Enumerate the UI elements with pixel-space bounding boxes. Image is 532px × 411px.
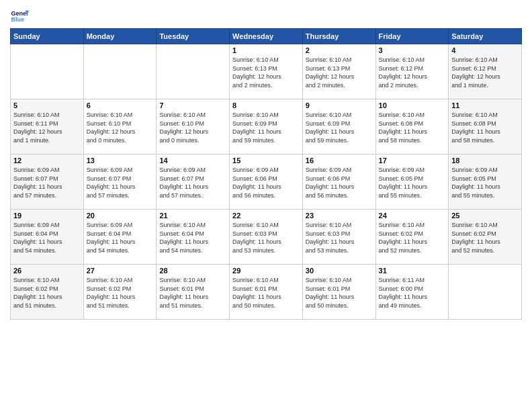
day-number: 22 — [232, 212, 300, 220]
weekday-header: Thursday — [302, 29, 375, 44]
day-number: 13 — [87, 156, 154, 165]
day-number: 10 — [379, 101, 446, 109]
day-number: 31 — [379, 267, 446, 275]
calendar-cell — [449, 265, 522, 320]
day-info: Sunrise: 6:10 AM Sunset: 6:13 PM Dayligh… — [306, 56, 373, 89]
calendar-cell: 7Sunrise: 6:10 AM Sunset: 6:10 PM Daylig… — [157, 99, 230, 154]
day-info: Sunrise: 6:10 AM Sunset: 6:03 PM Dayligh… — [306, 221, 373, 255]
calendar-cell: 11Sunrise: 6:10 AM Sunset: 6:08 PM Dayli… — [449, 99, 522, 154]
weekday-header: Monday — [83, 29, 157, 44]
calendar-cell: 25Sunrise: 6:10 AM Sunset: 6:02 PM Dayli… — [449, 210, 522, 265]
day-number: 16 — [306, 156, 373, 165]
calendar-cell: 18Sunrise: 6:09 AM Sunset: 6:05 PM Dayli… — [449, 154, 522, 210]
day-info: Sunrise: 6:10 AM Sunset: 6:09 PM Dayligh… — [232, 111, 300, 144]
calendar-cell: 14Sunrise: 6:09 AM Sunset: 6:07 PM Dayli… — [157, 154, 230, 210]
day-info: Sunrise: 6:09 AM Sunset: 6:07 PM Dayligh… — [87, 166, 154, 199]
calendar-cell: 22Sunrise: 6:10 AM Sunset: 6:03 PM Dayli… — [230, 210, 303, 265]
calendar-table: SundayMondayTuesdayWednesdayThursdayFrid… — [10, 28, 522, 320]
calendar-cell: 19Sunrise: 6:09 AM Sunset: 6:04 PM Dayli… — [11, 210, 84, 265]
day-info: Sunrise: 6:10 AM Sunset: 6:12 PM Dayligh… — [379, 56, 446, 89]
day-info: Sunrise: 6:09 AM Sunset: 6:05 PM Dayligh… — [451, 166, 519, 199]
day-number: 11 — [451, 101, 519, 109]
day-number: 12 — [13, 156, 81, 165]
calendar-cell: 3Sunrise: 6:10 AM Sunset: 6:12 PM Daylig… — [375, 44, 449, 99]
day-number: 15 — [232, 156, 300, 165]
day-number: 5 — [13, 101, 81, 109]
day-number: 23 — [306, 212, 373, 220]
calendar-cell: 10Sunrise: 6:10 AM Sunset: 6:08 PM Dayli… — [375, 99, 449, 154]
day-number: 20 — [87, 212, 154, 220]
calendar-cell: 13Sunrise: 6:09 AM Sunset: 6:07 PM Dayli… — [83, 154, 157, 210]
calendar-cell: 31Sunrise: 6:11 AM Sunset: 6:00 PM Dayli… — [375, 265, 449, 320]
day-info: Sunrise: 6:10 AM Sunset: 6:01 PM Dayligh… — [159, 276, 226, 310]
day-number: 17 — [379, 156, 446, 165]
day-info: Sunrise: 6:10 AM Sunset: 6:01 PM Dayligh… — [232, 276, 300, 310]
weekday-header: Friday — [375, 29, 449, 44]
day-number: 26 — [13, 267, 81, 275]
day-number: 21 — [159, 212, 226, 220]
day-info: Sunrise: 6:09 AM Sunset: 6:07 PM Dayligh… — [13, 166, 81, 199]
day-info: Sunrise: 6:09 AM Sunset: 6:06 PM Dayligh… — [232, 166, 300, 199]
calendar-cell: 28Sunrise: 6:10 AM Sunset: 6:01 PM Dayli… — [157, 265, 230, 320]
day-info: Sunrise: 6:09 AM Sunset: 6:04 PM Dayligh… — [13, 221, 81, 255]
day-number: 3 — [379, 46, 446, 54]
day-number: 27 — [87, 267, 154, 275]
weekday-header: Wednesday — [230, 29, 303, 44]
calendar-cell: 17Sunrise: 6:09 AM Sunset: 6:05 PM Dayli… — [375, 154, 449, 210]
logo: General Blue — [10, 7, 32, 26]
day-info: Sunrise: 6:10 AM Sunset: 6:13 PM Dayligh… — [232, 56, 300, 89]
calendar-cell: 24Sunrise: 6:10 AM Sunset: 6:02 PM Dayli… — [375, 210, 449, 265]
calendar-cell: 5Sunrise: 6:10 AM Sunset: 6:11 PM Daylig… — [11, 99, 84, 154]
calendar-week-row: 1Sunrise: 6:10 AM Sunset: 6:13 PM Daylig… — [11, 44, 522, 99]
calendar-cell: 1Sunrise: 6:10 AM Sunset: 6:13 PM Daylig… — [230, 44, 303, 99]
day-number: 6 — [87, 101, 154, 109]
day-number: 30 — [306, 267, 373, 275]
day-info: Sunrise: 6:10 AM Sunset: 6:10 PM Dayligh… — [87, 111, 154, 144]
calendar-cell: 27Sunrise: 6:10 AM Sunset: 6:02 PM Dayli… — [83, 265, 157, 320]
day-info: Sunrise: 6:09 AM Sunset: 6:06 PM Dayligh… — [306, 166, 373, 199]
calendar-cell: 15Sunrise: 6:09 AM Sunset: 6:06 PM Dayli… — [230, 154, 303, 210]
calendar-cell: 8Sunrise: 6:10 AM Sunset: 6:09 PM Daylig… — [230, 99, 303, 154]
day-info: Sunrise: 6:10 AM Sunset: 6:10 PM Dayligh… — [159, 111, 226, 144]
svg-text:Blue: Blue — [11, 16, 24, 23]
day-info: Sunrise: 6:10 AM Sunset: 6:09 PM Dayligh… — [306, 111, 373, 144]
day-info: Sunrise: 6:09 AM Sunset: 6:04 PM Dayligh… — [87, 221, 154, 255]
weekday-header: Sunday — [11, 29, 84, 44]
day-info: Sunrise: 6:09 AM Sunset: 6:05 PM Dayligh… — [379, 166, 446, 199]
calendar-cell: 12Sunrise: 6:09 AM Sunset: 6:07 PM Dayli… — [11, 154, 84, 210]
calendar-week-row: 12Sunrise: 6:09 AM Sunset: 6:07 PM Dayli… — [11, 154, 522, 210]
day-number: 2 — [306, 46, 373, 54]
day-number: 4 — [451, 46, 519, 54]
calendar-week-row: 5Sunrise: 6:10 AM Sunset: 6:11 PM Daylig… — [11, 99, 522, 154]
calendar-cell — [83, 44, 157, 99]
day-number: 14 — [159, 156, 226, 165]
day-number: 8 — [232, 101, 300, 109]
day-info: Sunrise: 6:10 AM Sunset: 6:02 PM Dayligh… — [87, 276, 154, 310]
calendar-header-row: SundayMondayTuesdayWednesdayThursdayFrid… — [11, 29, 522, 44]
calendar-cell: 20Sunrise: 6:09 AM Sunset: 6:04 PM Dayli… — [83, 210, 157, 265]
day-info: Sunrise: 6:11 AM Sunset: 6:00 PM Dayligh… — [379, 276, 446, 310]
calendar-cell — [157, 44, 230, 99]
calendar-cell: 30Sunrise: 6:10 AM Sunset: 6:01 PM Dayli… — [302, 265, 375, 320]
calendar-cell: 16Sunrise: 6:09 AM Sunset: 6:06 PM Dayli… — [302, 154, 375, 210]
calendar-cell: 2Sunrise: 6:10 AM Sunset: 6:13 PM Daylig… — [302, 44, 375, 99]
day-number: 24 — [379, 212, 446, 220]
day-number: 1 — [232, 46, 300, 54]
day-info: Sunrise: 6:10 AM Sunset: 6:01 PM Dayligh… — [306, 276, 373, 310]
logo-icon: General Blue — [10, 7, 29, 26]
day-number: 25 — [451, 212, 519, 220]
day-info: Sunrise: 6:10 AM Sunset: 6:02 PM Dayligh… — [379, 221, 446, 255]
calendar-body: 1Sunrise: 6:10 AM Sunset: 6:13 PM Daylig… — [11, 44, 522, 320]
day-number: 9 — [306, 101, 373, 109]
calendar-cell — [11, 44, 84, 99]
day-info: Sunrise: 6:10 AM Sunset: 6:04 PM Dayligh… — [159, 221, 226, 255]
calendar-cell: 29Sunrise: 6:10 AM Sunset: 6:01 PM Dayli… — [230, 265, 303, 320]
day-number: 19 — [13, 212, 81, 220]
day-number: 29 — [232, 267, 300, 275]
day-info: Sunrise: 6:10 AM Sunset: 6:02 PM Dayligh… — [13, 276, 81, 310]
day-info: Sunrise: 6:10 AM Sunset: 6:11 PM Dayligh… — [13, 111, 81, 144]
day-info: Sunrise: 6:10 AM Sunset: 6:08 PM Dayligh… — [379, 111, 446, 144]
day-info: Sunrise: 6:10 AM Sunset: 6:08 PM Dayligh… — [451, 111, 519, 144]
calendar-cell: 26Sunrise: 6:10 AM Sunset: 6:02 PM Dayli… — [11, 265, 84, 320]
day-info: Sunrise: 6:10 AM Sunset: 6:12 PM Dayligh… — [451, 56, 519, 89]
